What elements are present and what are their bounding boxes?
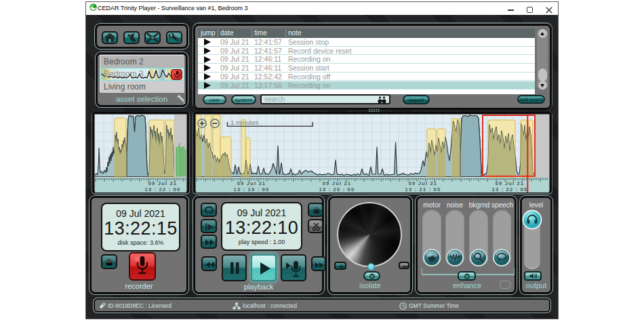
svg-text:1 minutes: 1 minutes xyxy=(230,119,258,126)
svg-text:09 Jul 21: 09 Jul 21 xyxy=(409,180,438,186)
svg-text:09 Jul 21: 09 Jul 21 xyxy=(323,180,352,186)
svg-text:13 : 22 : 00: 13 : 22 : 00 xyxy=(492,186,528,193)
svg-text:09 Jul 21: 09 Jul 21 xyxy=(237,180,266,186)
svg-text:13 : 22 : 00: 13 : 22 : 00 xyxy=(145,186,181,193)
svg-text:13 : 19 : 00: 13 : 19 : 00 xyxy=(234,186,270,193)
svg-text:09 Jul 21: 09 Jul 21 xyxy=(148,180,178,186)
svg-text:13 : 20 : 00: 13 : 20 : 00 xyxy=(319,186,355,193)
svg-text:09 Jul 21: 09 Jul 21 xyxy=(496,180,525,186)
svg-text:13 : 21 : 00: 13 : 21 : 00 xyxy=(405,186,441,193)
